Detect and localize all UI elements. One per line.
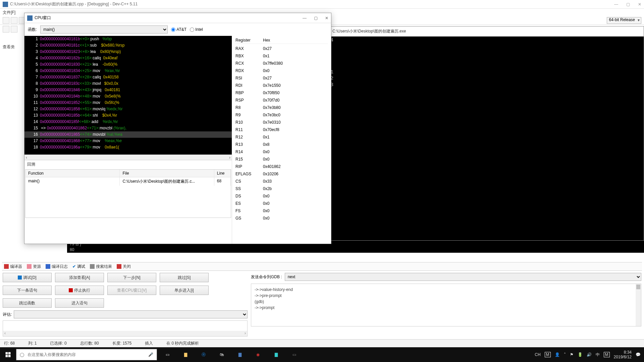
toolbar-button[interactable] — [3, 17, 9, 24]
next-stmt-button[interactable]: 下一条语句 — [3, 286, 52, 295]
register-row[interactable]: DS0x0 — [235, 192, 328, 200]
asm-row[interactable]: 13 0x000000000040185b <+64>: shl $0x4,%r — [24, 112, 232, 119]
col-function[interactable]: Function — [25, 170, 120, 177]
register-row[interactable]: SS0x2b — [235, 185, 328, 192]
tab-close[interactable]: 关闭 — [117, 264, 131, 269]
volume-icon[interactable]: 🔊 — [587, 352, 592, 357]
battery-icon[interactable]: 🔋 — [578, 352, 583, 357]
asm-row[interactable]: 3 0x0000000000401823 <+8>: lea 0x80(%rsp… — [24, 49, 232, 55]
minimize-icon[interactable]: — — [614, 2, 618, 7]
asm-row[interactable]: 4 0x000000000040182b <+16>: callq 0x40ea… — [24, 55, 232, 61]
toolbar-button[interactable] — [11, 26, 17, 33]
ime-indicator[interactable]: 中 — [596, 352, 600, 358]
explorer-icon[interactable]: ▇ — [178, 347, 193, 362]
toolbar-button[interactable] — [11, 17, 17, 24]
register-row[interactable]: RCX0x7ffe0380 — [235, 60, 328, 67]
asm-row[interactable]: 10 0x000000000040184b <+48>: mov 0x5e8(% — [24, 93, 232, 100]
taskbar-clock[interactable]: 8:34 2019/6/12 — [614, 350, 632, 359]
register-row[interactable]: RBP0x70f850 — [235, 89, 328, 97]
gdb-output[interactable]: ->->value-history-end->->pre-prompt(gdb)… — [251, 284, 641, 326]
h-scrollbar[interactable]: ‹› — [3, 331, 247, 336]
ime-indicator[interactable]: M — [604, 352, 610, 357]
eval-output[interactable]: ‹› — [3, 320, 248, 337]
asm-row[interactable]: 6 0x0000000000401834 <+25>: mov %rax,%r — [24, 68, 232, 74]
function-select[interactable]: main() — [40, 25, 168, 34]
register-row[interactable]: R80x7e3b80 — [235, 104, 328, 111]
view-cpu-button[interactable]: 查看CPU窗口[V] — [107, 286, 156, 295]
next-button[interactable]: 下一步[N] — [107, 273, 156, 282]
notifications-icon[interactable]: 💬 — [636, 352, 641, 357]
tab-search[interactable]: 搜索结果 — [90, 264, 112, 269]
edge-icon[interactable]: ⓔ — [196, 347, 211, 362]
asm-row[interactable]: 16 0x0000000000401865 <+74>: movsbl %al,… — [24, 131, 232, 138]
asm-row[interactable]: 18 0x000000000040186a <+79>: mov 0x8ae1( — [24, 144, 232, 150]
asm-row[interactable]: 7 0x0000000000401837 <+28>: callq 0x4015… — [24, 74, 232, 80]
debug-button[interactable]: 调试[D] — [3, 273, 52, 282]
taskbar-search[interactable]: ◯ 在这里输入你要搜索的内容 🎤 — [16, 349, 157, 360]
start-button[interactable] — [0, 347, 16, 362]
eval-input[interactable] — [14, 310, 248, 318]
register-row[interactable]: R90x7e3bc0 — [235, 111, 328, 119]
register-row[interactable]: FS0x0 — [235, 207, 328, 215]
asm-row[interactable]: 8 0x000000000040183c <+33>: movl $0x0,0x — [24, 80, 232, 87]
register-row[interactable]: R140x0 — [235, 148, 328, 156]
asm-row[interactable]: 5 0x0000000000401830 <+21>: lea -0x60(% — [24, 61, 232, 68]
gdb-command-input[interactable]: next — [285, 273, 641, 281]
tab-resources[interactable]: 资源 — [27, 264, 41, 269]
asm-row[interactable]: 14 0x000000000040185f <+68>: add %rdx,%r — [24, 119, 232, 125]
view-class-label[interactable]: 查看类 — [3, 44, 15, 50]
disassembly-view[interactable]: 1 0x000000000040181b <+0>: push %rbp2 0x… — [24, 36, 232, 155]
mic-icon[interactable]: 🎤 — [148, 352, 153, 357]
ime-indicator[interactable]: CH — [535, 352, 540, 357]
asm-row[interactable]: 15 => 0x0000000000401862 <+71>: movzbl (… — [24, 125, 232, 131]
syntax-att-radio[interactable]: AT&T — [171, 27, 186, 32]
v-scrollbar[interactable] — [636, 284, 641, 326]
stop-button[interactable]: 停止执行 — [55, 286, 104, 295]
store-icon[interactable]: 🛍 — [214, 347, 229, 362]
col-line[interactable]: Line — [214, 170, 231, 177]
console-taskbar-icon[interactable]: ▭ — [286, 347, 302, 362]
register-row[interactable]: R130x8 — [235, 141, 328, 148]
register-row[interactable]: ES0x0 — [235, 200, 328, 207]
register-row[interactable]: GS0x0 — [235, 215, 328, 222]
devcpp-icon[interactable]: ▇ — [232, 347, 248, 362]
backtrace-row[interactable]: main() C:\Users\小米\Desktop\图的创建遍历.c... 6… — [25, 177, 231, 186]
register-row[interactable]: RBX0x1 — [235, 52, 328, 60]
register-row[interactable]: R100x7e0310 — [235, 119, 328, 126]
col-register[interactable]: Register — [235, 38, 263, 43]
tab-debug[interactable]: ✔调试 — [72, 264, 85, 269]
close-icon[interactable]: ✕ — [325, 16, 328, 20]
register-row[interactable]: R120x1 — [235, 133, 328, 141]
compiler-select[interactable]: 64-bit Release — [607, 17, 641, 24]
maximize-icon[interactable]: ▢ — [314, 16, 318, 20]
ime-indicator[interactable]: M — [545, 352, 551, 357]
col-hex[interactable]: Hex — [263, 38, 270, 43]
music-icon[interactable]: ◉ — [250, 347, 266, 362]
asm-row[interactable]: 11 0x0000000000401852 <+55>: mov 0x5fc(% — [24, 100, 232, 106]
step-over-button[interactable]: 跳过函数 — [3, 298, 52, 308]
asm-row[interactable]: 9 0x0000000000401846 <+43>: jmpq 0x40181 — [24, 87, 232, 93]
tab-compiler[interactable]: 编译器 — [4, 264, 22, 269]
register-row[interactable]: RDX0x0 — [235, 67, 328, 74]
register-row[interactable]: RAX0x27 — [235, 45, 328, 52]
maximize-icon[interactable]: ▢ — [626, 2, 630, 7]
console-output[interactable]: 4 4 0 1 2 3 0 1 0 2 0 3 2 3 _ — [322, 37, 644, 108]
app-icon[interactable]: ▇ — [268, 347, 284, 362]
register-row[interactable]: RSP0x70f7d0 — [235, 97, 328, 104]
asm-row[interactable]: 12 0x0000000000401858 <+61>: movslq %edx… — [24, 106, 232, 112]
h-scrollbar[interactable]: ‹› — [24, 155, 232, 160]
close-icon[interactable]: ✕ — [638, 2, 641, 7]
minimize-icon[interactable]: — — [303, 16, 307, 20]
into-stmt-button[interactable]: 进入语句 — [55, 298, 104, 308]
register-row[interactable]: EFLAGS0x10206 — [235, 170, 328, 178]
register-row[interactable]: R150x0 — [235, 156, 328, 163]
register-row[interactable]: RSI0x27 — [235, 74, 328, 82]
tray-icon[interactable]: ⚑ — [570, 352, 574, 357]
people-icon[interactable]: 👤 — [555, 352, 560, 357]
register-row[interactable]: RDI0x7e1550 — [235, 82, 328, 89]
menu-file[interactable]: 文件[F] — [3, 10, 15, 15]
col-file[interactable]: File — [120, 170, 214, 177]
syntax-intel-radio[interactable]: Intel — [190, 27, 203, 32]
step-into-button[interactable]: 单步进入[i] — [160, 286, 209, 295]
asm-row[interactable]: 17 0x0000000000401868 <+77>: mov %eax,%e — [24, 138, 232, 144]
